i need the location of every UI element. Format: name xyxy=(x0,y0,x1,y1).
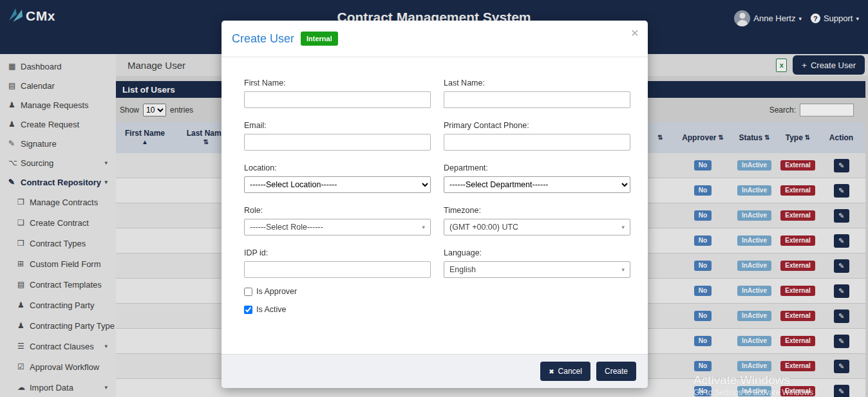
first-name-group: First Name: xyxy=(244,78,431,108)
location-label: Location: xyxy=(244,163,431,172)
email-field[interactable] xyxy=(244,134,431,151)
language-label: Language: xyxy=(444,248,630,257)
first-name-field[interactable] xyxy=(244,91,431,108)
modal-body: First Name: Last Name: Email: Primary Co… xyxy=(222,57,648,314)
modal-title: Create User xyxy=(232,32,294,46)
chevron-down-icon: ▾ xyxy=(621,266,625,273)
idp-label: IDP id: xyxy=(244,248,431,257)
idp-group: IDP id: xyxy=(244,248,431,278)
language-select[interactable]: English ▾ xyxy=(444,261,630,278)
last-name-group: Last Name: xyxy=(444,78,630,108)
create-user-modal: Create User Internal × First Name: Last … xyxy=(222,21,648,388)
phone-field[interactable] xyxy=(444,134,630,151)
location-group: Location: ------Select Location------ xyxy=(244,163,431,193)
modal-header: Create User Internal × xyxy=(222,21,648,57)
department-select[interactable]: ------Select Department------ xyxy=(444,176,630,193)
close-icon[interactable]: × xyxy=(631,26,639,39)
is-approver-checkbox[interactable] xyxy=(244,288,252,296)
is-active-row: Is Active xyxy=(244,305,630,314)
chevron-down-icon: ▾ xyxy=(621,224,625,230)
phone-label: Primary Contact Phone: xyxy=(444,121,630,130)
is-approver-row: Is Approver xyxy=(244,287,630,296)
location-select[interactable]: ------Select Location------ xyxy=(244,176,431,193)
chevron-down-icon: ▾ xyxy=(422,224,425,230)
department-label: Department: xyxy=(444,163,630,172)
timezone-group: Timezone: (GMT +00:00) UTC ▾ xyxy=(444,206,630,235)
role-label: Role: xyxy=(244,206,431,215)
phone-group: Primary Contact Phone: xyxy=(444,121,630,151)
is-approver-label: Is Approver xyxy=(256,287,297,296)
email-group: Email: xyxy=(244,121,431,151)
language-group: Language: English ▾ xyxy=(444,248,630,278)
idp-field[interactable] xyxy=(244,261,431,278)
internal-badge: Internal xyxy=(301,32,338,46)
is-active-checkbox[interactable] xyxy=(244,306,252,314)
email-label: Email: xyxy=(244,121,431,130)
timezone-label: Timezone: xyxy=(444,206,630,215)
modal-footer: ✖ Cancel Create xyxy=(222,354,648,388)
create-button[interactable]: Create xyxy=(596,362,636,381)
department-group: Department: ------Select Department-----… xyxy=(444,163,630,193)
first-name-label: First Name: xyxy=(244,78,431,88)
last-name-field[interactable] xyxy=(444,91,630,108)
cancel-x-icon: ✖ xyxy=(549,368,554,375)
cancel-button[interactable]: ✖ Cancel xyxy=(540,362,590,381)
last-name-label: Last Name: xyxy=(444,78,630,88)
is-active-label: Is Active xyxy=(256,305,287,314)
timezone-select[interactable]: (GMT +00:00) UTC ▾ xyxy=(444,219,630,235)
role-group: Role: ------Select Role------ ▾ xyxy=(244,206,431,235)
role-select[interactable]: ------Select Role------ ▾ xyxy=(244,219,431,235)
